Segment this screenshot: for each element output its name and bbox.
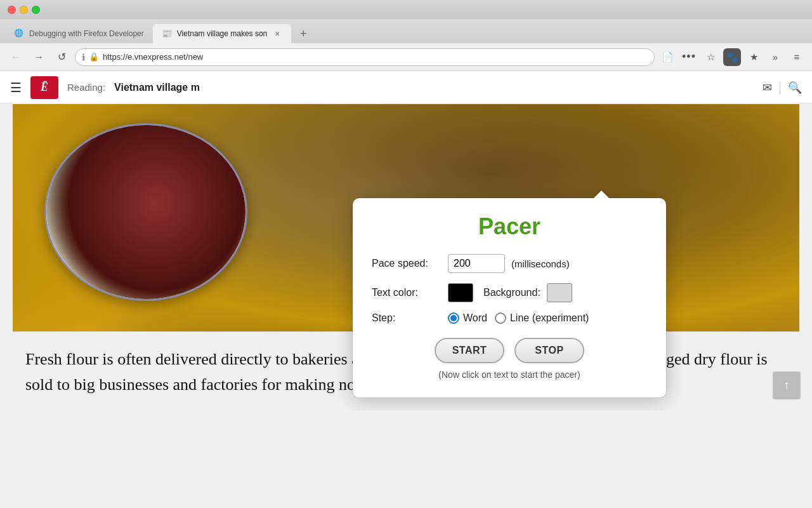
search-icon[interactable]: 🔍 [788, 81, 802, 95]
header-divider [780, 81, 780, 94]
traffic-lights [8, 6, 40, 14]
pacer-title: Pacer [372, 213, 647, 240]
close-button[interactable] [8, 6, 16, 14]
stop-button[interactable]: STOP [514, 338, 584, 363]
reading-article-title: Vietnam village m [114, 82, 200, 93]
plate-food [46, 125, 246, 299]
step-row: Step: Word Line (experiment) [372, 312, 647, 324]
site-menu-button[interactable]: ☰ [10, 80, 22, 95]
color-row: Text color: Background: [372, 283, 647, 302]
overflow-button[interactable]: ••• [680, 48, 698, 66]
star-icon: ☆ [707, 51, 715, 63]
tab-vietnam[interactable]: 📰 Vietnam village makes son ✕ [153, 24, 292, 43]
pace-speed-row: Pace speed: (milliseconds) [372, 254, 647, 273]
content-area: Fresh flour is often delivered directly … [0, 104, 812, 411]
tab-favicon-2: 📰 [162, 29, 172, 39]
maximize-button[interactable] [32, 6, 40, 14]
word-radio[interactable] [448, 312, 459, 324]
bookmark2-button[interactable]: ★ [745, 48, 763, 66]
line-label: Line (experiment) [510, 312, 589, 324]
reader-mode-button[interactable]: 📄 [658, 48, 676, 66]
minimize-button[interactable] [20, 6, 28, 14]
forward-icon: → [34, 51, 44, 63]
tabbar: 🌐 Debugging with Firefox Developer 📰 Vie… [0, 19, 812, 43]
food-plate [44, 123, 247, 301]
step-label: Step: [372, 312, 448, 324]
start-button[interactable]: START [435, 338, 504, 363]
tab-close-button[interactable]: ✕ [272, 29, 282, 39]
reload-button[interactable]: ↺ [52, 48, 71, 67]
background-label: Background: [483, 287, 540, 298]
menu-button[interactable]: ≡ [788, 48, 806, 66]
lock-icon: 🔒 [89, 52, 99, 62]
pacer-popup-arrow [594, 190, 609, 198]
pace-speed-input[interactable] [448, 254, 505, 273]
tab-title-1: Debugging with Firefox Developer [29, 29, 144, 38]
bookmark-star-icon: ★ [750, 51, 758, 63]
pacer-hint: (Now click on text to start the pacer) [372, 370, 647, 380]
page-header: ☰ Ē Reading: Vietnam village m ✉ 🔍 [0, 71, 812, 104]
pacer-icon: 🐾 [726, 51, 738, 63]
word-label: Word [463, 312, 487, 324]
chevron-right-icon: » [773, 51, 778, 62]
pace-speed-unit: (milliseconds) [511, 258, 570, 269]
bookmark-button[interactable]: ☆ [702, 48, 719, 66]
back-button[interactable]: ← [6, 48, 25, 67]
titlebar [0, 0, 812, 19]
line-radio[interactable] [495, 312, 506, 324]
word-option[interactable]: Word [448, 312, 487, 324]
site-logo: Ē [30, 76, 58, 99]
background-color-swatch[interactable] [547, 283, 572, 302]
reload-icon: ↺ [58, 51, 66, 63]
step-options: Word Line (experiment) [448, 312, 589, 324]
tab-title-2: Vietnam village makes son [177, 29, 268, 38]
extensions-button[interactable]: » [766, 48, 784, 66]
pacer-extension-button[interactable]: 🐾 [723, 48, 741, 66]
pacer-buttons: START STOP [372, 338, 647, 363]
tab-favicon-1: 🌐 [14, 29, 24, 39]
reader-icon: 📄 [662, 51, 674, 63]
logo-text: Ē [41, 81, 48, 94]
overflow-icon: ••• [682, 50, 696, 64]
new-tab-button[interactable]: + [294, 24, 313, 43]
info-icon: ℹ [82, 52, 85, 62]
text-color-swatch[interactable] [448, 283, 473, 302]
mail-icon[interactable]: ✉ [763, 81, 772, 95]
url-text: https://e.vnexpress.net/new [103, 52, 648, 62]
scroll-to-top-button[interactable]: ↑ [773, 371, 801, 399]
up-arrow-icon: ↑ [783, 378, 790, 392]
tab-debugging[interactable]: 🌐 Debugging with Firefox Developer [5, 24, 153, 43]
hamburger-menu-icon: ≡ [794, 51, 800, 62]
back-icon: ← [11, 51, 21, 63]
browser-frame: 🌐 Debugging with Firefox Developer 📰 Vie… [0, 0, 812, 508]
toolbar: ← → ↺ ℹ 🔒 https://e.vnexpress.net/new 📄 … [0, 43, 812, 71]
forward-button[interactable]: → [29, 48, 48, 67]
text-color-label: Text color: [372, 287, 448, 298]
reading-prefix: Reading: [67, 82, 105, 93]
pace-speed-label: Pace speed: [372, 258, 448, 269]
header-actions: ✉ 🔍 [763, 81, 802, 95]
line-option[interactable]: Line (experiment) [495, 312, 589, 324]
pacer-popup: Pacer Pace speed: (milliseconds) Text co… [353, 198, 666, 398]
address-bar[interactable]: ℹ 🔒 https://e.vnexpress.net/new [75, 48, 655, 66]
